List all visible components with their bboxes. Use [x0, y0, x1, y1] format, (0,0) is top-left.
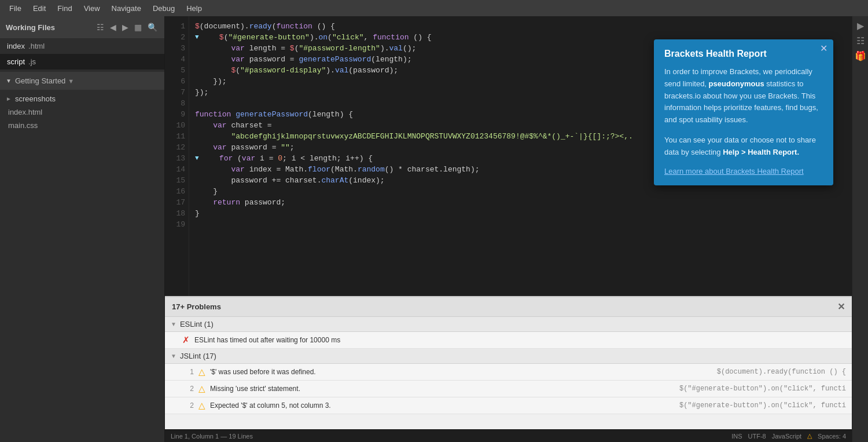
menu-edit[interactable]: Edit [28, 3, 50, 14]
jslint-code-3: $("#generate-button").on("click", functi [668, 401, 846, 410]
code-line-17: return password; [195, 197, 852, 208]
jslint-item-2: 2 △ Missing 'use strict' statement. $("#… [165, 381, 852, 397]
warning-icon-2: △ [198, 383, 205, 394]
health-report-title: Brackets Health Report [664, 49, 823, 59]
encoding-selector[interactable]: UTF-8 [748, 433, 766, 440]
file-tree: ► screenshots index.html main.css [0, 90, 164, 134]
jslint-code-2: $("#generate-button").on("click", functi [668, 385, 846, 393]
status-bar: Line 1, Column 1 — 19 Lines INS UTF-8 Ja… [165, 429, 852, 442]
right-icons-panel: ▶ ☷ 🎁 [852, 16, 868, 442]
getting-started-label: Getting Started [15, 76, 65, 85]
getting-started-chevron-icon: ▼ [68, 78, 74, 85]
sidebar: Working Files ☷ ◀ ▶ ▦ 🔍 index.html scrip… [0, 16, 165, 442]
eslint-label: ESLint (1) [180, 320, 214, 328]
menubar: File Edit Find View Navigate Debug Help [0, 0, 868, 16]
line-numbers: 12345 678910 1112131415 16171819 [165, 16, 189, 296]
cursor-position: Line 1, Column 1 — 19 Lines [171, 433, 253, 440]
jslint-item-num-3: 2 [182, 401, 194, 410]
jslint-arrow-icon: ▼ [171, 353, 176, 359]
jslint-item-num-1: 1 [182, 368, 194, 376]
eslint-group-header[interactable]: ▼ ESLint (1) [165, 317, 852, 332]
status-bar-left: Line 1, Column 1 — 19 Lines [171, 433, 253, 440]
folder-name: screenshots [15, 94, 56, 103]
jslint-item-num-2: 2 [182, 385, 194, 393]
code-line-1: $(document).ready(function () { [195, 21, 852, 32]
folder-screenshots[interactable]: ► screenshots [0, 92, 164, 105]
working-files-title: Working Files [6, 23, 55, 32]
menu-file[interactable]: File [5, 3, 26, 14]
jslint-message-2: Missing 'use strict' statement. [210, 385, 668, 393]
nav-forward-icon[interactable]: ▶ [121, 21, 130, 33]
code-line-18: } [195, 208, 852, 219]
warning-count-icon: △ [807, 432, 812, 440]
working-file-script-js[interactable]: script.js [0, 54, 164, 70]
file-main-css[interactable]: main.css [0, 119, 164, 132]
menu-debug[interactable]: Debug [148, 3, 179, 14]
jslint-label: JSLint (17) [180, 352, 216, 360]
main-area: Working Files ☷ ◀ ▶ ▦ 🔍 index.html scrip… [0, 16, 868, 442]
getting-started-header[interactable]: ▼ Getting Started ▼ [0, 72, 164, 90]
menu-navigate[interactable]: Navigate [107, 3, 146, 14]
menu-view[interactable]: View [79, 3, 105, 14]
jslint-item-1: 1 △ '$' was used before it was defined. … [165, 364, 852, 381]
jslint-group-header[interactable]: ▼ JSLint (17) [165, 349, 852, 364]
split-editor-icon[interactable]: ▦ [133, 21, 143, 33]
getting-started-arrow-icon: ▼ [6, 78, 12, 84]
language-selector[interactable]: JavaScript [772, 433, 801, 440]
problems-body: ▼ ESLint (1) ✗ ESLint has timed out afte… [165, 317, 852, 429]
eslint-arrow-icon: ▼ [171, 321, 176, 327]
spaces-selector[interactable]: Spaces: 4 [818, 433, 846, 440]
problems-close-button[interactable]: ✕ [837, 301, 845, 312]
error-icon: ✗ [182, 335, 190, 345]
problems-title: 17+ Problems [172, 302, 221, 311]
health-report-body1: In order to improve Brackets, we periodi… [664, 66, 823, 126]
folder-arrow-icon: ► [6, 96, 12, 102]
eslint-item-1: ✗ ESLint has timed out after waiting for… [165, 332, 852, 349]
jslint-message-1: '$' was used before it was defined. [210, 368, 705, 376]
health-report-body2: You can see your data or choose not to s… [664, 134, 823, 159]
file-diff-icon[interactable]: ☷ [854, 34, 867, 48]
health-report-link[interactable]: Learn more about Brackets Health Report [664, 167, 804, 176]
menu-help[interactable]: Help [182, 3, 207, 14]
warning-icon-1: △ [198, 367, 205, 377]
working-files-header: Working Files ☷ ◀ ▶ ▦ 🔍 [0, 16, 164, 38]
search-icon[interactable]: 🔍 [146, 21, 159, 33]
health-report-popup: ✕ Brackets Health Report In order to imp… [654, 39, 833, 185]
status-bar-right: INS UTF-8 JavaScript △ Spaces: 4 [731, 432, 846, 440]
jslint-item-3: 2 △ Expected '$' at column 5, not column… [165, 397, 852, 414]
bottom-panel: 17+ Problems ✕ ▼ ESLint (1) ✗ ESLint has… [165, 296, 852, 429]
jslint-message-3: Expected '$' at column 5, not column 3. [210, 401, 668, 410]
eslint-message-1: ESLint has timed out after waiting for 1… [194, 336, 846, 344]
working-files-icons: ☷ ◀ ▶ ▦ 🔍 [95, 21, 159, 33]
code-line-19 [195, 219, 852, 230]
code-line-16: } [195, 186, 852, 197]
health-report-close-button[interactable]: ✕ [820, 44, 827, 53]
ins-mode: INS [731, 433, 742, 440]
jslint-code-1: $(document).ready(function () { [705, 368, 846, 376]
editor-area: 12345 678910 1112131415 16171819 $(docum… [165, 16, 852, 442]
live-preview-icon[interactable]: ▶ [854, 19, 867, 32]
menu-find[interactable]: Find [53, 3, 76, 14]
nav-back-icon[interactable]: ◀ [109, 21, 117, 33]
gift-icon[interactable]: 🎁 [854, 49, 867, 63]
file-index-html[interactable]: index.html [0, 105, 164, 119]
working-file-index-html[interactable]: index.html [0, 38, 164, 54]
show-in-tree-icon[interactable]: ☷ [95, 21, 105, 33]
warning-icon-3: △ [198, 400, 205, 411]
problems-header: 17+ Problems ✕ [165, 297, 852, 317]
